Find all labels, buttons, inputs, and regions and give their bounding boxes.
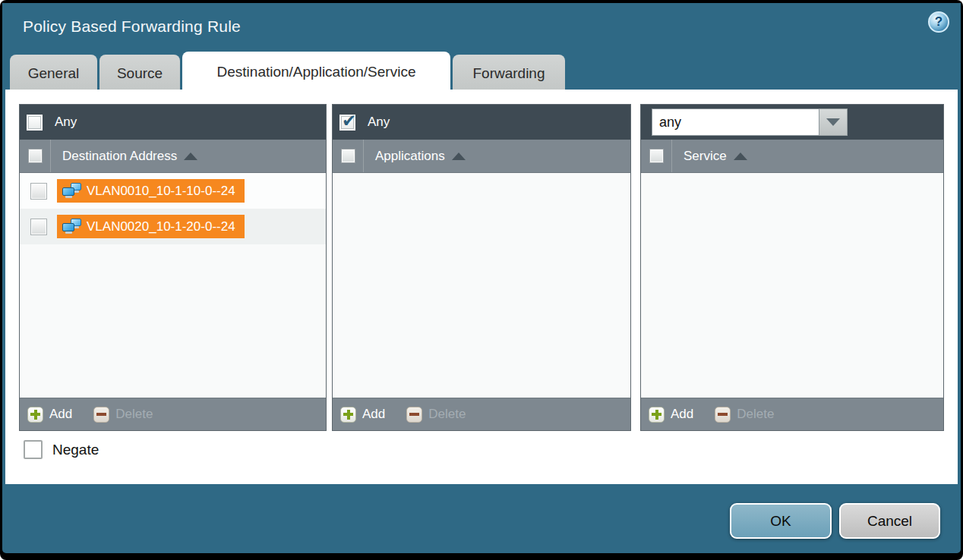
add-button[interactable]: Add <box>649 407 693 423</box>
delete-button[interactable]: Delete <box>93 407 153 423</box>
table-row[interactable]: VLAN0010_10-1-10-0--24 <box>20 173 326 209</box>
network-address-icon <box>62 183 81 200</box>
add-label: Add <box>671 407 693 422</box>
destination-column-header: Destination Address <box>20 140 326 173</box>
row-checkbox[interactable] <box>30 183 47 200</box>
tab-bar: General Source Destination/Application/S… <box>10 52 567 93</box>
table-row[interactable]: VLAN0020_10-1-20-0--24 <box>20 209 326 244</box>
applications-panel: Any Applications Add <box>332 104 631 431</box>
sort-ascending-icon[interactable] <box>452 153 466 160</box>
destination-select-all-cell <box>20 140 51 172</box>
applications-any-bar: Any <box>333 105 630 140</box>
destination-any-checkbox[interactable] <box>27 115 43 131</box>
minus-icon <box>715 407 731 423</box>
chevron-down-icon[interactable] <box>819 109 848 136</box>
delete-label: Delete <box>115 407 153 422</box>
service-toolbar: Add Delete <box>641 398 943 430</box>
add-label: Add <box>49 407 72 422</box>
destination-address-list: VLAN0010_10-1-10-0--24 VLAN0020_10-1-20-… <box>20 173 326 398</box>
address-object-tag[interactable]: VLAN0020_10-1-20-0--24 <box>57 215 245 238</box>
applications-any-label: Any <box>368 115 390 130</box>
applications-column-header: Applications <box>333 140 630 173</box>
destination-select-all-checkbox[interactable] <box>28 149 43 163</box>
delete-label: Delete <box>737 407 774 422</box>
cancel-button[interactable]: Cancel <box>839 503 940 539</box>
delete-button[interactable]: Delete <box>715 407 774 423</box>
tab-source[interactable]: Source <box>99 55 180 93</box>
ok-button[interactable]: OK <box>730 503 832 539</box>
delete-button[interactable]: Delete <box>406 407 466 423</box>
applications-column-title[interactable]: Applications <box>375 149 445 164</box>
service-dropdown-bar: any <box>641 105 943 140</box>
policy-forwarding-dialog: Policy Based Forwarding Rule General Sou… <box>0 0 963 560</box>
tab-general[interactable]: General <box>10 55 97 93</box>
applications-select-all-cell <box>333 140 364 172</box>
destination-address-panel: Any Destination Address <box>19 104 327 431</box>
add-button[interactable]: Add <box>340 407 385 423</box>
service-column-title[interactable]: Service <box>684 149 727 164</box>
delete-label: Delete <box>428 407 466 422</box>
service-list <box>641 173 943 398</box>
sort-ascending-icon[interactable] <box>184 153 197 160</box>
negate-label: Negate <box>52 442 99 458</box>
plus-icon <box>649 407 665 423</box>
plus-icon <box>27 407 43 423</box>
tab-destination-application-service[interactable]: Destination/Application/Service <box>182 52 450 93</box>
service-dropdown-value[interactable]: any <box>652 109 819 136</box>
minus-icon <box>93 407 109 423</box>
service-panel: any Service <box>640 104 944 431</box>
service-select-all-cell <box>641 140 672 172</box>
title-bar: Policy Based Forwarding Rule <box>2 3 961 52</box>
destination-any-bar: Any <box>20 105 326 140</box>
columns-container: Any Destination Address <box>19 104 944 431</box>
page-title: Policy Based Forwarding Rule <box>23 17 241 36</box>
applications-toolbar: Add Delete <box>333 398 630 430</box>
applications-any-checkbox[interactable] <box>339 115 355 131</box>
row-checkbox[interactable] <box>30 219 47 235</box>
add-label: Add <box>362 407 385 422</box>
destination-column-title[interactable]: Destination Address <box>62 149 177 164</box>
service-select-all-checkbox[interactable] <box>649 149 664 163</box>
negate-checkbox[interactable] <box>24 440 43 459</box>
dialog-body: Policy Based Forwarding Rule General Sou… <box>2 3 961 553</box>
service-dropdown[interactable]: any <box>652 109 848 136</box>
tab-forwarding[interactable]: Forwarding <box>453 55 565 93</box>
applications-list <box>333 173 630 398</box>
address-object-name: VLAN0010_10-1-10-0--24 <box>87 184 235 199</box>
tab-content: Any Destination Address <box>5 90 958 484</box>
destination-toolbar: Add Delete <box>20 398 326 430</box>
address-object-name: VLAN0020_10-1-20-0--24 <box>87 219 235 234</box>
sort-ascending-icon[interactable] <box>734 153 747 160</box>
help-icon[interactable] <box>928 11 949 33</box>
network-address-icon <box>62 219 81 235</box>
destination-any-label: Any <box>55 115 77 130</box>
negate-row: Negate <box>24 440 99 459</box>
plus-icon <box>340 407 356 423</box>
applications-select-all-checkbox[interactable] <box>341 149 355 163</box>
service-column-header: Service <box>641 140 943 173</box>
add-button[interactable]: Add <box>27 407 72 423</box>
minus-icon <box>406 407 422 423</box>
address-object-tag[interactable]: VLAN0010_10-1-10-0--24 <box>57 179 245 203</box>
